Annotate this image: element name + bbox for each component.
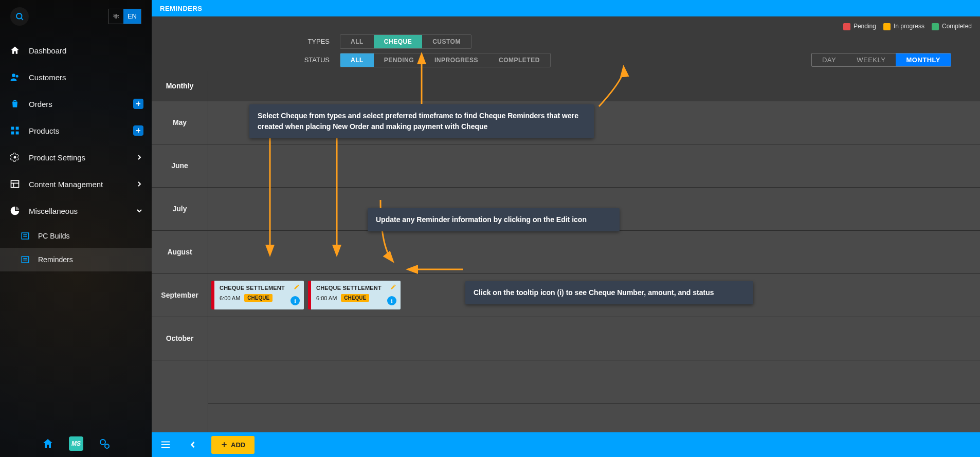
- calendar: Monthly May June July August September O…: [152, 71, 980, 432]
- svg-line-1: [21, 18, 23, 20]
- svg-point-8: [14, 156, 16, 159]
- gear-icon: [9, 152, 21, 162]
- add-label: ADD: [231, 441, 245, 449]
- back-icon[interactable]: [185, 436, 201, 453]
- edit-icon[interactable]: [294, 284, 300, 290]
- view-monthly[interactable]: MONTHLY: [896, 53, 951, 66]
- sidebar-nav: Dashboard Customers Orders + Products + …: [0, 33, 152, 271]
- add-button[interactable]: ADD: [211, 436, 255, 454]
- grid-icon: [9, 125, 21, 136]
- legend-inprogress: In progress: [883, 23, 924, 30]
- sidebar-item-dashboard[interactable]: Dashboard: [0, 37, 152, 64]
- lang-en[interactable]: EN: [123, 9, 141, 24]
- calendar-row: [208, 404, 980, 432]
- calendar-grid[interactable]: Select Cheque from types and select pref…: [208, 71, 980, 432]
- type-custom[interactable]: CUSTOM: [422, 35, 471, 48]
- month-label: May: [152, 101, 208, 144]
- sidebar-item-customers[interactable]: Customers: [0, 64, 152, 90]
- sidebar-item-label: Miscellaneous: [29, 207, 78, 215]
- sidebar-item-label: Content Management: [29, 180, 103, 189]
- add-icon[interactable]: +: [133, 99, 143, 109]
- month-label: August: [152, 231, 208, 274]
- info-icon[interactable]: i: [291, 296, 300, 305]
- types-segment: ALL CHEQUE CUSTOM: [340, 34, 471, 49]
- card-time: 6:00 AM: [220, 295, 240, 301]
- sidebar: বাং EN Dashboard Customers Orders + Prod…: [0, 0, 152, 457]
- card-tag: CHEQUE: [341, 294, 369, 302]
- sidebar-subitem-pc-builds[interactable]: PC Builds: [0, 224, 152, 248]
- users-icon: [9, 72, 21, 82]
- legend-completed: Completed: [932, 23, 972, 30]
- topbar: REMINDERS: [152, 0, 980, 16]
- sidebar-item-products[interactable]: Products +: [0, 117, 152, 144]
- svg-point-18: [100, 440, 105, 445]
- status-inprogress[interactable]: INPROGRESS: [424, 53, 488, 67]
- layout-icon: [9, 179, 21, 189]
- main: REMINDERS Pending In progress Completed …: [152, 0, 980, 457]
- lang-alt[interactable]: বাং: [109, 9, 123, 24]
- sidebar-item-miscellaneous[interactable]: Miscellaneous: [0, 197, 152, 224]
- view-weekly[interactable]: WEEKLY: [846, 53, 896, 66]
- add-icon[interactable]: +: [133, 125, 143, 136]
- month-column: Monthly May June July August September O…: [152, 71, 208, 432]
- month-label: June: [152, 144, 208, 188]
- sidebar-item-orders[interactable]: Orders +: [0, 90, 152, 117]
- settings-icon[interactable]: [98, 437, 111, 450]
- month-head: Monthly: [152, 71, 208, 101]
- view-day[interactable]: DAY: [812, 53, 846, 66]
- svg-rect-6: [11, 132, 14, 135]
- month-label: September: [152, 274, 208, 317]
- sidebar-item-label: Customers: [29, 73, 66, 82]
- filters-panel: Pending In progress Completed TYPES ALL …: [152, 16, 980, 71]
- status-all[interactable]: ALL: [340, 53, 374, 67]
- reminder-card[interactable]: CHEQUE SETTLEMENT 6:00 AM CHEQUE i: [211, 281, 304, 309]
- bottombar: ADD: [152, 432, 980, 457]
- language-switch: বাং EN: [108, 9, 141, 24]
- list-icon: [21, 231, 30, 241]
- info-icon[interactable]: i: [387, 296, 396, 305]
- types-label: TYPES: [160, 38, 330, 45]
- legend-pending: Pending: [843, 23, 876, 30]
- sidebar-footer: MS: [0, 431, 152, 457]
- home-icon[interactable]: [41, 437, 55, 450]
- sidebar-item-product-settings[interactable]: Product Settings: [0, 144, 152, 171]
- svg-point-19: [105, 444, 109, 448]
- calendar-row: [208, 317, 980, 360]
- sidebar-item-label: Orders: [29, 100, 52, 108]
- edit-icon[interactable]: [390, 284, 396, 290]
- help-annotation: Select Cheque from types and select pref…: [249, 104, 594, 138]
- reminder-card[interactable]: CHEQUE SETTLEMENT 6:00 AM CHEQUE i: [308, 281, 401, 309]
- status-pending[interactable]: PENDING: [374, 53, 424, 67]
- search-button[interactable]: [10, 7, 29, 26]
- status-label: STATUS: [160, 56, 330, 64]
- sidebar-item-label: Product Settings: [29, 153, 85, 162]
- chevron-right-icon: [135, 153, 143, 161]
- month-label: July: [152, 188, 208, 231]
- sidebar-item-label: Reminders: [38, 255, 73, 264]
- sidebar-item-content-management[interactable]: Content Management: [0, 171, 152, 197]
- sidebar-item-label: Products: [29, 126, 59, 135]
- chevron-right-icon: [135, 180, 143, 188]
- bag-icon: [9, 99, 21, 109]
- type-all[interactable]: ALL: [340, 35, 374, 48]
- type-cheque[interactable]: CHEQUE: [374, 35, 422, 48]
- svg-rect-9: [11, 180, 19, 187]
- card-title: CHEQUE SETTLEMENT: [220, 285, 299, 291]
- app-logo[interactable]: MS: [69, 436, 83, 451]
- sidebar-item-label: Dashboard: [29, 46, 66, 55]
- calendar-row: Select Cheque from types and select pref…: [208, 101, 980, 144]
- svg-rect-5: [16, 127, 19, 130]
- help-annotation: Update any Reminder information by click…: [368, 208, 620, 231]
- page-title: REMINDERS: [160, 5, 203, 12]
- sidebar-subitem-reminders[interactable]: Reminders: [0, 248, 152, 271]
- chevron-down-icon: [135, 207, 143, 215]
- calendar-row: [208, 360, 980, 404]
- status-completed[interactable]: COMPLETED: [488, 53, 550, 67]
- list-icon: [21, 255, 30, 264]
- svg-rect-7: [16, 132, 19, 135]
- svg-point-0: [16, 13, 22, 19]
- hamburger-icon[interactable]: [157, 436, 174, 453]
- help-annotation: Click on the tooltip icon (i) to see Che…: [465, 281, 753, 304]
- card-tag: CHEQUE: [244, 294, 273, 302]
- svg-point-2: [12, 74, 15, 77]
